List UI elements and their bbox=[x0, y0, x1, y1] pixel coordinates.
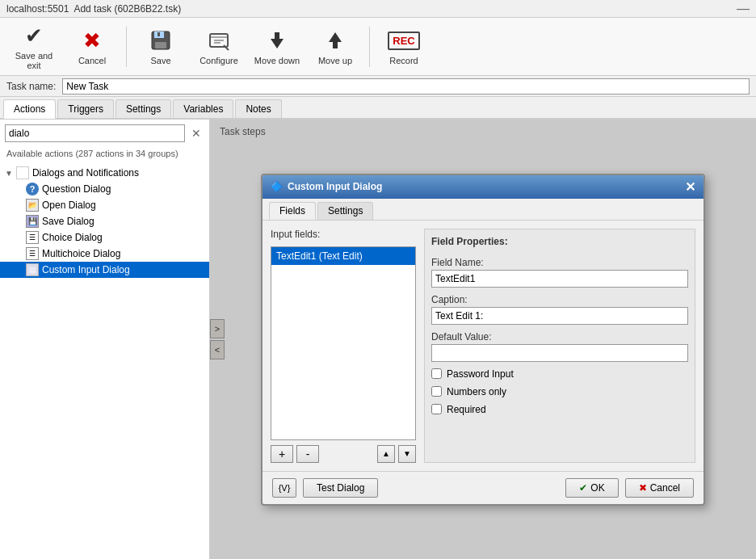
caption-label: Caption: bbox=[431, 294, 688, 305]
move-up-label: Move up bbox=[318, 56, 352, 65]
modal-tab-fields[interactable]: Fields bbox=[269, 202, 316, 220]
choice-dialog-icon: ☰ bbox=[26, 231, 39, 244]
modal-cancel-label: Cancel bbox=[650, 482, 680, 494]
add-field-button[interactable]: + bbox=[271, 445, 293, 463]
task-filename: Add task (602B6B22.tsk) bbox=[74, 3, 181, 15]
caption-row: Caption: bbox=[431, 294, 688, 325]
field-name-input[interactable] bbox=[431, 270, 688, 288]
main-tabs-bar: Actions Triggers Settings Variables Note… bbox=[0, 97, 756, 120]
cancel-label: Cancel bbox=[78, 56, 106, 65]
custom-input-dialog-icon: ▤ bbox=[26, 263, 39, 276]
save-label: Save bbox=[150, 56, 170, 65]
tree-group-dialogs: ▼ Dialogs and Notifications ? Question D… bbox=[0, 163, 209, 280]
tree-item-multichoice-dialog[interactable]: ☰ Multichoice Dialog bbox=[0, 246, 209, 262]
test-dialog-button[interactable]: Test Dialog bbox=[303, 478, 378, 498]
required-row: Required bbox=[431, 404, 688, 415]
modal-close-button[interactable]: ✕ bbox=[685, 179, 695, 195]
tree-item-choice-dialog[interactable]: ☰ Choice Dialog bbox=[0, 229, 209, 246]
expand-icon: ▼ bbox=[5, 169, 13, 178]
record-button[interactable]: REC Record bbox=[376, 23, 431, 71]
save-icon bbox=[148, 27, 174, 53]
ok-checkmark-icon: ✔ bbox=[579, 482, 587, 494]
modal-footer: {V} Test Dialog ✔ OK ✖ Cancel bbox=[262, 471, 704, 504]
move-up-button[interactable]: Move up bbox=[308, 23, 363, 71]
custom-input-dialog-label: Custom Input Dialog bbox=[42, 264, 130, 275]
field-list-item-textedit1[interactable]: TextEdit1 (Text Edit) bbox=[271, 247, 415, 265]
configure-button[interactable]: Configure bbox=[191, 23, 246, 71]
move-up-icon bbox=[322, 27, 348, 53]
question-dialog-icon: ? bbox=[26, 183, 39, 195]
remove-field-button[interactable]: - bbox=[296, 445, 319, 463]
tree-item-save-dialog[interactable]: 💾 Save Dialog bbox=[0, 213, 209, 229]
move-down-label: Move down bbox=[254, 56, 300, 65]
save-button[interactable]: Save bbox=[133, 23, 188, 71]
default-value-row: Default Value: bbox=[431, 331, 688, 362]
record-label: Record bbox=[389, 56, 418, 65]
configure-label: Configure bbox=[200, 56, 238, 65]
tree-item-open-dialog[interactable]: 📂 Open Dialog bbox=[0, 197, 209, 213]
input-fields-panel: Input fields: TextEdit1 (Text Edit) + - … bbox=[271, 229, 416, 463]
tab-actions[interactable]: Actions bbox=[3, 99, 56, 119]
actions-count-label: Available actions (287 actions in 34 gro… bbox=[0, 147, 209, 162]
move-down-button[interactable]: Move down bbox=[250, 23, 304, 71]
field-move-down-button[interactable]: ▼ bbox=[398, 445, 416, 463]
open-dialog-icon: 📂 bbox=[26, 199, 39, 212]
tree-group-dialogs-label: Dialogs and Notifications bbox=[32, 167, 139, 179]
tree-item-question-dialog[interactable]: ? Question Dialog bbox=[0, 181, 209, 197]
svg-rect-9 bbox=[275, 32, 279, 40]
default-value-input[interactable] bbox=[431, 344, 688, 362]
modal-tab-settings[interactable]: Settings bbox=[317, 202, 373, 220]
cancel-button[interactable]: ✖ Cancel bbox=[65, 23, 120, 71]
url-label: localhost:5501 bbox=[6, 3, 69, 15]
numbers-only-checkbox[interactable] bbox=[431, 386, 442, 397]
tree-item-custom-input-dialog[interactable]: ▤ Custom Input Dialog bbox=[0, 262, 209, 278]
custom-input-dialog-modal: 🔷 Custom Input Dialog ✕ Fields Settings … bbox=[261, 174, 705, 506]
numbers-only-row: Numbers only bbox=[431, 386, 688, 397]
caption-input[interactable] bbox=[431, 307, 688, 325]
field-properties-title: Field Properties: bbox=[431, 236, 688, 247]
modal-overlay: 🔷 Custom Input Dialog ✕ Fields Settings … bbox=[210, 120, 756, 559]
taskname-input[interactable] bbox=[62, 78, 750, 95]
vars-button[interactable]: {V} bbox=[272, 478, 296, 498]
ok-button[interactable]: ✔ OK bbox=[565, 478, 618, 498]
save-dialog-label: Save Dialog bbox=[42, 216, 94, 227]
search-clear-button[interactable]: ✕ bbox=[188, 125, 204, 141]
toolbar-separator-2 bbox=[369, 27, 370, 67]
minimize-button[interactable]: — bbox=[737, 2, 750, 16]
tab-variables[interactable]: Variables bbox=[173, 99, 233, 118]
field-name-label: Field Name: bbox=[431, 257, 688, 268]
modal-icon: 🔷 bbox=[271, 181, 283, 192]
tree-group-dialogs-header[interactable]: ▼ Dialogs and Notifications bbox=[0, 165, 209, 181]
save-dialog-icon: 💾 bbox=[26, 215, 39, 228]
toolbar-separator-1 bbox=[126, 27, 127, 67]
required-checkbox[interactable] bbox=[431, 404, 442, 414]
main-content: ✕ Available actions (287 actions in 34 g… bbox=[0, 120, 756, 559]
question-dialog-label: Question Dialog bbox=[42, 183, 111, 195]
ok-label: OK bbox=[590, 482, 604, 494]
field-properties-panel: Field Properties: Field Name: Caption: D… bbox=[424, 229, 695, 463]
svg-rect-2 bbox=[155, 42, 166, 48]
save-exit-button[interactable]: ✔ Save and exit bbox=[6, 23, 61, 71]
default-value-label: Default Value: bbox=[431, 331, 688, 343]
move-down-icon bbox=[264, 27, 290, 53]
svg-rect-3 bbox=[158, 32, 160, 36]
tab-settings[interactable]: Settings bbox=[116, 99, 171, 118]
taskname-bar: Task name: bbox=[0, 76, 756, 97]
password-input-checkbox[interactable] bbox=[431, 368, 442, 379]
modal-cancel-button[interactable]: ✖ Cancel bbox=[625, 478, 694, 498]
password-input-label: Password Input bbox=[447, 368, 514, 380]
choice-dialog-label: Choice Dialog bbox=[42, 232, 103, 243]
required-label: Required bbox=[447, 404, 486, 415]
save-exit-icon: ✔ bbox=[21, 23, 47, 48]
cancel-x-icon: ✖ bbox=[639, 482, 647, 494]
field-move-up-button[interactable]: ▲ bbox=[377, 445, 395, 463]
tab-notes[interactable]: Notes bbox=[235, 99, 281, 118]
modal-titlebar: 🔷 Custom Input Dialog ✕ bbox=[262, 175, 704, 199]
title-bar: localhost:5501 Add task (602B6B22.tsk) — bbox=[0, 0, 756, 18]
configure-icon bbox=[206, 27, 232, 53]
multichoice-dialog-icon: ☰ bbox=[26, 247, 39, 260]
search-input[interactable] bbox=[5, 124, 185, 142]
tab-triggers[interactable]: Triggers bbox=[57, 99, 114, 118]
cancel-icon: ✖ bbox=[79, 27, 105, 53]
modal-tabs-bar: Fields Settings bbox=[262, 199, 704, 221]
